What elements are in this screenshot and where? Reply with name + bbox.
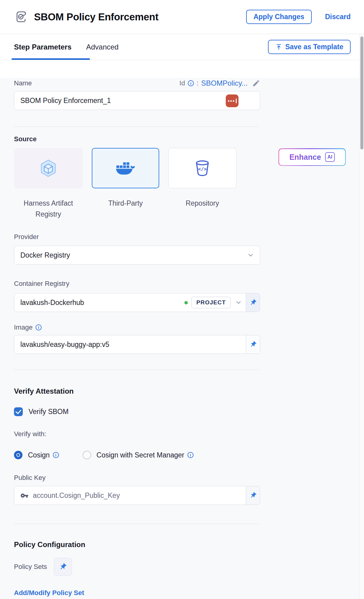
- chevron-down-icon: [247, 252, 254, 259]
- source-card-third-party[interactable]: [92, 148, 159, 188]
- save-template-upload-icon: [275, 43, 282, 50]
- add-modify-policy-set-link[interactable]: Add/Modify Policy Set: [14, 589, 84, 597]
- public-key-field[interactable]: account.Cosign_Public_Key: [14, 486, 260, 505]
- tab-advanced[interactable]: Advanced: [86, 43, 118, 51]
- section-divider: [14, 370, 258, 370]
- page-title: SBOM Policy Enforcement: [34, 11, 246, 23]
- pushpin-icon: [249, 492, 257, 499]
- name-field-header: Name Id i : SBOMPolicy...: [14, 78, 260, 89]
- public-key-label: Public Key: [14, 474, 364, 483]
- step-id-group: Id i : SBOMPolicy...: [180, 79, 260, 87]
- chevron-down-icon[interactable]: [235, 299, 242, 306]
- source-label-repository: Repository: [168, 198, 236, 220]
- pin-public-key-button[interactable]: [246, 486, 260, 505]
- radio-cosign[interactable]: [14, 451, 22, 459]
- container-registry-field[interactable]: lavakush-Dockerhub PROJECT: [14, 293, 260, 312]
- active-tab-underline: [12, 58, 90, 60]
- provider-selected-value: Docker Registry: [20, 251, 247, 259]
- image-label: Image: [14, 323, 33, 331]
- docker-whale-icon: [115, 160, 136, 176]
- pin-policy-sets-button[interactable]: [54, 558, 72, 576]
- step-id-value: SBOMPolicy...: [201, 79, 248, 87]
- verify-with-label: Verify with:: [14, 430, 364, 439]
- image-info-icon[interactable]: i: [36, 324, 42, 330]
- image-input[interactable]: [14, 335, 246, 354]
- source-label-third-party: Third-Party: [92, 198, 159, 220]
- id-label: Id: [180, 79, 185, 87]
- image-label-row: Image i: [14, 323, 364, 332]
- source-label-harness-artifact-registry: Harness Artifact Registry: [14, 198, 83, 220]
- pushpin-icon: [249, 341, 257, 348]
- image-field: [14, 335, 260, 354]
- scope-badge: PROJECT: [191, 297, 231, 308]
- section-divider: [14, 126, 258, 127]
- scrollbar-thumb[interactable]: [360, 36, 363, 149]
- container-registry-value: lavakush-Dockerhub: [14, 299, 184, 307]
- source-card-harness-artifact-registry[interactable]: [14, 148, 83, 188]
- apply-changes-button[interactable]: Apply Changes: [246, 10, 311, 24]
- radio-cosign-label: Cosign: [28, 451, 50, 459]
- step-parameters-form: Name Id i : SBOMPolicy... Source: [0, 78, 364, 599]
- pin-registry-button[interactable]: [246, 293, 260, 312]
- verify-sbom-label: Verify SBOM: [29, 408, 69, 416]
- key-icon: [20, 491, 29, 500]
- verify-sbom-row: Verify SBOM: [14, 407, 364, 416]
- verify-sbom-checkbox[interactable]: [14, 407, 23, 416]
- name-input-wrapper: [14, 91, 260, 110]
- enhance-label: Enhance: [289, 153, 321, 162]
- policy-sets-label: Policy Sets: [14, 563, 47, 571]
- tab-step-parameters[interactable]: Step Parameters: [14, 43, 71, 51]
- provider-select[interactable]: Docker Registry: [14, 246, 260, 265]
- enhance-ai-button-inner: Enhance AI: [279, 149, 345, 165]
- connector-status-dot: [184, 301, 188, 304]
- ai-badge-icon: AI: [325, 152, 335, 162]
- radio-cosign-secret-manager[interactable]: [83, 451, 91, 459]
- cosign-secret-manager-info-icon[interactable]: i: [187, 452, 194, 458]
- svg-text:</>: </>: [198, 166, 207, 172]
- cosign-info-icon[interactable]: i: [53, 452, 59, 458]
- verify-with-options: Cosign i Cosign with Secret Manager i: [14, 450, 364, 460]
- tab-bar: Step Parameters Advanced Save as Templat…: [0, 34, 364, 60]
- policy-configuration-heading: Policy Configuration: [14, 540, 364, 551]
- save-as-template-label: Save as Template: [285, 43, 343, 51]
- name-input[interactable]: [14, 91, 260, 110]
- step-config-panel: SBOM Policy Enforcement Apply Changes Di…: [0, 0, 364, 599]
- discard-button[interactable]: Discard: [325, 13, 351, 21]
- repository-bucket-icon: </>: [194, 159, 211, 177]
- radio-cosign-secret-manager-label: Cosign with Secret Manager: [97, 451, 184, 459]
- id-separator: :: [197, 79, 198, 87]
- source-option-labels: Harness Artifact Registry Third-Party Re…: [14, 198, 364, 220]
- pushpin-icon: [59, 563, 67, 571]
- sbom-scroll-check-icon: [15, 10, 29, 24]
- name-label: Name: [14, 79, 32, 87]
- policy-sets-row: Policy Sets: [14, 557, 364, 576]
- pin-image-button[interactable]: [246, 335, 260, 354]
- harness-artifact-registry-icon: [40, 159, 57, 177]
- vertical-scrollbar[interactable]: [359, 34, 364, 599]
- container-registry-label: Container Registry: [14, 280, 364, 289]
- save-as-template-button[interactable]: Save as Template: [268, 40, 351, 54]
- pushpin-icon: [249, 299, 257, 306]
- enhance-ai-button[interactable]: Enhance AI: [278, 148, 346, 166]
- edit-id-icon[interactable]: [252, 79, 260, 87]
- section-divider: [14, 524, 258, 524]
- source-card-repository[interactable]: </>: [168, 148, 236, 188]
- public-key-value: account.Cosign_Public_Key: [33, 491, 246, 500]
- id-info-icon[interactable]: i: [188, 80, 194, 86]
- source-label: Source: [14, 135, 364, 144]
- panel-header: SBOM Policy Enforcement Apply Changes Di…: [0, 0, 364, 34]
- input-type-selector-icon[interactable]: [226, 94, 239, 107]
- verify-attestation-heading: Verify Attestation: [14, 387, 364, 397]
- provider-label: Provider: [14, 233, 364, 242]
